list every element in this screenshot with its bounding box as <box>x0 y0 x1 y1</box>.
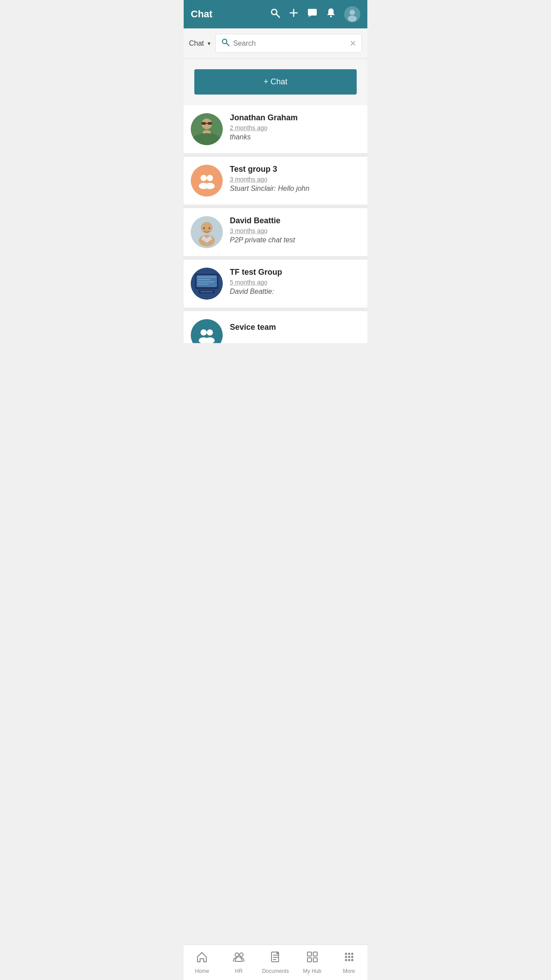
svg-rect-14 <box>201 122 206 125</box>
top-navigation: Chat <box>184 0 367 28</box>
contact-name: Test group 3 <box>230 165 360 174</box>
chat-timestamp: 3 months ago <box>230 176 360 183</box>
chat-list: Jonathan Graham 2 months ago thanks Test… <box>184 105 367 343</box>
chat-content: David Beattie 3 months ago P2P private c… <box>230 216 360 244</box>
add-chat-section: + Chat <box>184 59 367 105</box>
svg-point-6 <box>330 16 332 17</box>
avatar <box>191 216 223 248</box>
clear-icon[interactable]: ✕ <box>350 39 356 48</box>
chat-preview: thanks <box>230 133 360 141</box>
svg-rect-33 <box>197 279 211 280</box>
svg-point-28 <box>209 227 210 229</box>
avatar[interactable] <box>344 6 360 22</box>
list-item[interactable]: Test group 3 3 months ago Stuart Sinclai… <box>184 157 367 208</box>
chat-dropdown[interactable]: Chat ▼ <box>189 40 212 47</box>
list-item[interactable]: Jonathan Graham 2 months ago thanks <box>184 105 367 157</box>
chat-content: Test group 3 3 months ago Stuart Sinclai… <box>230 165 360 193</box>
svg-marker-5 <box>308 16 311 17</box>
chat-preview: David Beattie: <box>230 288 360 296</box>
contact-name: David Beattie <box>230 216 360 225</box>
svg-line-1 <box>276 14 279 17</box>
chat-content: Sevice team <box>230 319 360 332</box>
bell-icon[interactable] <box>326 8 336 21</box>
contact-name: Sevice team <box>230 323 360 332</box>
chat-timestamp: 2 months ago <box>230 124 360 131</box>
search-bar: Chat ▼ ✕ <box>184 28 367 59</box>
svg-point-38 <box>201 329 207 336</box>
search-icon[interactable] <box>270 8 280 21</box>
chevron-down-icon: ▼ <box>207 41 212 46</box>
svg-point-9 <box>348 16 357 22</box>
list-item[interactable]: David Beattie 3 months ago P2P private c… <box>184 208 367 260</box>
chat-preview: P2P private chat test <box>230 236 360 244</box>
dropdown-label: Chat <box>189 40 204 47</box>
svg-rect-35 <box>197 284 209 285</box>
page-title: Chat <box>191 8 213 20</box>
svg-rect-34 <box>197 281 214 282</box>
nav-icons <box>270 6 360 22</box>
svg-rect-4 <box>308 9 317 16</box>
search-input-wrapper: ✕ <box>215 34 362 53</box>
chat-content: TF test Group 5 months ago David Beattie… <box>230 268 360 296</box>
avatar <box>191 268 223 300</box>
svg-point-23 <box>205 183 215 189</box>
contact-name: Jonathan Graham <box>230 113 360 122</box>
list-item[interactable]: Sevice team <box>184 311 367 343</box>
add-icon[interactable] <box>288 8 299 21</box>
svg-point-8 <box>350 10 355 15</box>
svg-point-27 <box>203 227 205 229</box>
chat-icon[interactable] <box>307 8 318 21</box>
avatar <box>191 165 223 197</box>
add-chat-button[interactable]: + Chat <box>194 69 357 95</box>
svg-point-20 <box>201 175 207 181</box>
svg-point-39 <box>207 329 213 336</box>
contact-name: TF test Group <box>230 268 360 277</box>
list-item[interactable]: TF test Group 5 months ago David Beattie… <box>184 260 367 311</box>
svg-point-21 <box>207 175 213 181</box>
svg-rect-16 <box>206 123 208 124</box>
search-input-icon <box>221 38 230 49</box>
chat-timestamp: 3 months ago <box>230 227 360 234</box>
avatar <box>191 113 223 145</box>
svg-rect-15 <box>208 122 212 125</box>
chat-content: Jonathan Graham 2 months ago thanks <box>230 113 360 141</box>
search-input[interactable] <box>233 40 346 47</box>
avatar <box>191 319 223 343</box>
chat-preview: Stuart Sinclair: Hello john <box>230 185 360 193</box>
svg-rect-32 <box>197 277 216 278</box>
svg-point-25 <box>201 222 213 233</box>
svg-line-11 <box>226 43 229 46</box>
svg-rect-37 <box>201 291 213 292</box>
chat-timestamp: 5 months ago <box>230 279 360 286</box>
